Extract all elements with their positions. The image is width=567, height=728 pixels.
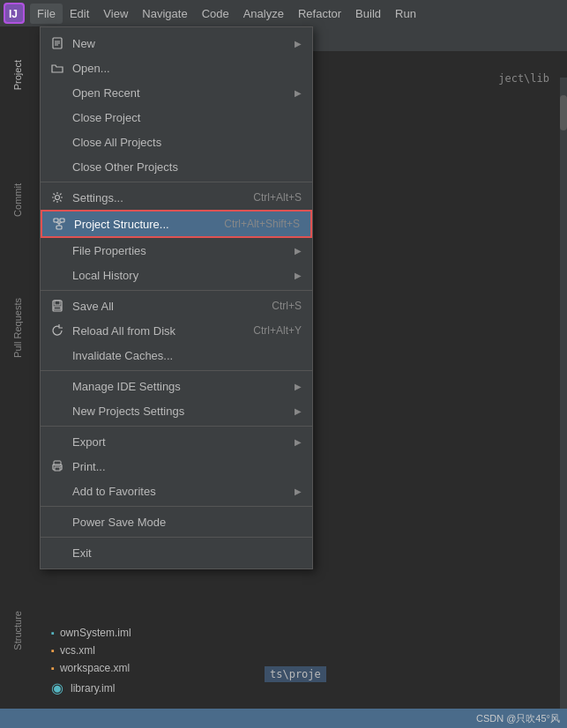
new-arrow: ▶ [295, 39, 302, 48]
export-label: Export [72, 435, 287, 449]
menu-view[interactable]: View [96, 4, 135, 24]
file-dropdown-menu: New ▶ Open... Open Recent ▶ Close Projec… [40, 26, 313, 569]
menu-item-power-save[interactable]: Power Save Mode [41, 509, 312, 534]
close-project-label: Close Project [72, 111, 302, 124]
menu-run[interactable]: Run [388, 4, 423, 24]
menu-item-project-structure[interactable]: Project Structure... Ctrl+Alt+Shift+S [41, 210, 312, 238]
svg-rect-7 [54, 219, 58, 222]
menu-item-open-recent[interactable]: Open Recent ▶ [41, 80, 312, 105]
app-logo: IJ [4, 3, 25, 24]
close-all-label: Close All Projects [72, 136, 302, 149]
menu-item-export[interactable]: Export ▶ [41, 429, 312, 454]
project-structure-icon [51, 216, 67, 232]
local-history-label: Local History [72, 269, 287, 282]
menu-item-new-projects[interactable]: New Projects Settings ▶ [41, 398, 312, 423]
open-label: Open... [72, 62, 302, 75]
menu-refactor[interactable]: Refactor [291, 4, 348, 24]
menu-navigate[interactable]: Navigate [135, 4, 194, 24]
new-projects-arrow: ▶ [295, 406, 302, 416]
menu-item-close-all[interactable]: Close All Projects [41, 130, 312, 154]
open-recent-label: Open Recent [72, 86, 287, 100]
invalidate-icon [49, 347, 65, 363]
favorites-arrow: ▶ [295, 487, 302, 496]
menu-item-local-history[interactable]: Local History ▶ [41, 263, 312, 287]
new-projects-label: New Projects Settings [72, 405, 287, 418]
iml-icon-library: ◉ [51, 680, 63, 696]
svg-rect-18 [55, 467, 60, 471]
sidebar-commit[interactable]: Commit [0, 176, 35, 224]
separator-2 [41, 290, 312, 291]
svg-rect-9 [56, 226, 62, 229]
save-all-shortcut: Ctrl+S [272, 300, 302, 312]
new-icon [49, 35, 65, 51]
scroll-thumb[interactable] [560, 95, 567, 130]
power-save-label: Power Save Mode [72, 516, 302, 529]
print-icon [49, 458, 65, 474]
new-label: New [72, 37, 287, 50]
menu-code[interactable]: Code [195, 4, 236, 24]
file-properties-arrow: ▶ [295, 246, 302, 256]
menu-item-manage-ide[interactable]: Manage IDE Settings ▶ [41, 374, 312, 398]
open-recent-icon [49, 85, 65, 100]
iml-icon-ownsystem: ▪ [51, 628, 55, 638]
menu-file[interactable]: File [30, 4, 63, 24]
project-structure-label: Project Structure... [74, 218, 206, 231]
xml-icon-workspace: ▪ [51, 663, 55, 673]
settings-label: Settings... [72, 191, 235, 204]
menu-item-print[interactable]: Print... [41, 454, 312, 479]
save-all-label: Save All [72, 300, 254, 313]
file-item-vcs[interactable]: ▪ vcs.xml [48, 643, 135, 658]
settings-icon [49, 189, 65, 205]
file-name-workspace: workspace.xml [60, 662, 130, 674]
svg-text:IJ: IJ [9, 8, 18, 20]
local-history-icon [49, 267, 65, 283]
sidebar-pull-requests[interactable]: Pull Requests [0, 291, 35, 365]
sidebar-project[interactable]: Project [0, 53, 35, 97]
menu-item-new[interactable]: New ▶ [41, 31, 312, 56]
menu-item-exit[interactable]: Exit [41, 540, 312, 565]
separator-3 [41, 370, 312, 371]
scrollbar[interactable] [560, 78, 567, 709]
separator-1 [41, 182, 312, 182]
favorites-icon [49, 483, 65, 499]
file-item-library[interactable]: ◉ library.iml [48, 678, 135, 698]
xml-icon-vcs: ▪ [51, 645, 55, 656]
project-path-label: ts\proje [265, 666, 326, 682]
separator-6 [41, 537, 312, 538]
menu-item-close-other[interactable]: Close Other Projects [41, 154, 312, 179]
separator-4 [41, 426, 312, 427]
print-label: Print... [72, 460, 302, 473]
reload-label: Reload All from Disk [72, 324, 235, 338]
power-save-icon [49, 514, 65, 530]
file-item-ownsystem[interactable]: ▪ ownSystem.iml [48, 625, 135, 641]
svg-point-6 [56, 196, 60, 200]
status-bar: CSDN @只吹45°风 [0, 709, 567, 728]
editor-path-label: ject\lib [498, 72, 549, 85]
exit-label: Exit [72, 546, 302, 560]
manage-ide-arrow: ▶ [295, 382, 302, 391]
save-all-icon [49, 298, 65, 314]
menu-item-reload[interactable]: Reload All from Disk Ctrl+Alt+Y [41, 318, 312, 343]
menu-item-settings[interactable]: Settings... Ctrl+Alt+S [41, 185, 312, 210]
close-all-icon [49, 134, 65, 150]
separator-5 [41, 506, 312, 507]
invalidate-label: Invalidate Caches... [72, 349, 302, 362]
project-structure-shortcut: Ctrl+Alt+Shift+S [224, 218, 300, 230]
menu-item-close-project[interactable]: Close Project [41, 105, 312, 130]
menu-item-favorites[interactable]: Add to Favorites ▶ [41, 479, 312, 503]
export-icon [49, 434, 65, 449]
menu-item-save-all[interactable]: Save All Ctrl+S [41, 293, 312, 318]
file-properties-icon [49, 242, 65, 258]
file-name-vcs: vcs.xml [60, 644, 95, 657]
reload-shortcut: Ctrl+Alt+Y [253, 324, 302, 337]
sidebar-structure[interactable]: Structure [0, 604, 35, 657]
menu-item-file-properties[interactable]: File Properties ▶ [41, 238, 312, 263]
reload-icon [49, 323, 65, 338]
menu-build[interactable]: Build [348, 4, 388, 24]
file-item-workspace[interactable]: ▪ workspace.xml [48, 660, 135, 676]
menu-item-open[interactable]: Open... [41, 56, 312, 80]
menu-analyze[interactable]: Analyze [236, 4, 291, 24]
file-tree: ▪ ownSystem.iml ▪ vcs.xml ▪ workspace.xm… [41, 621, 142, 702]
menu-edit[interactable]: Edit [63, 4, 96, 24]
menu-item-invalidate[interactable]: Invalidate Caches... [41, 343, 312, 368]
